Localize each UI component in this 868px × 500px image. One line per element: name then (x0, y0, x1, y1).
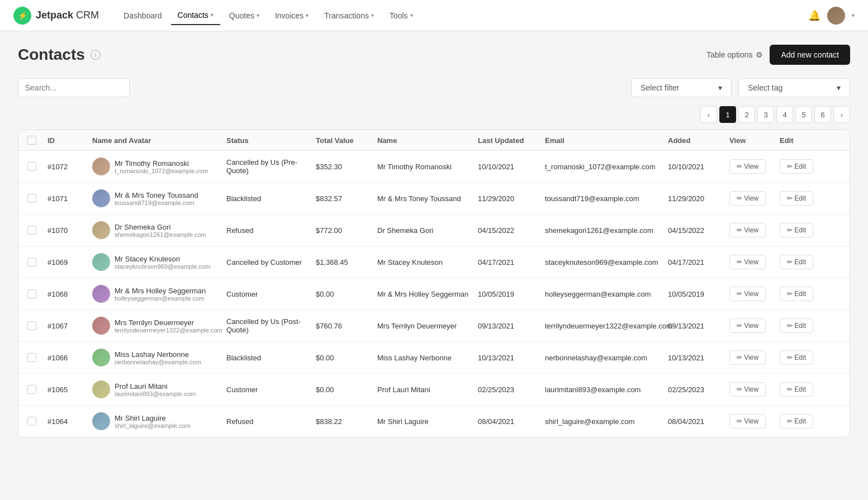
pagination-page-2[interactable]: 2 (738, 106, 755, 123)
row-contact-info: Mr & Mrs Holley Seggerman holleyseggerma… (92, 285, 226, 303)
row-added: 10/05/2019 (668, 290, 729, 298)
view-button[interactable]: ✏ View (729, 191, 766, 206)
row-checkbox[interactable] (27, 162, 48, 171)
edit-button[interactable]: ✏ Edit (780, 414, 813, 428)
row-name: Dr Shemeka Gori (377, 226, 478, 235)
row-email: toussandt719@example.com (545, 194, 668, 203)
nav-item-invoices[interactable]: Invoices ▾ (268, 7, 315, 25)
row-checkbox[interactable] (27, 353, 48, 362)
select-filter-dropdown[interactable]: Select filter ▾ (631, 78, 732, 97)
edit-button[interactable]: ✏ Edit (780, 223, 813, 237)
edit-button[interactable]: ✏ Edit (780, 350, 813, 365)
row-total-value: $0.00 (316, 385, 377, 394)
row-checkbox[interactable] (27, 226, 48, 235)
table-options-button[interactable]: Table options ⚙ (706, 50, 763, 59)
edit-button[interactable]: ✏ Edit (780, 191, 813, 206)
view-button[interactable]: ✏ View (729, 287, 766, 301)
row-total-value: $0.00 (316, 354, 377, 362)
nav-item-transactions[interactable]: Transactions ▾ (317, 7, 381, 25)
row-name: Prof Lauri Mitani (377, 385, 478, 394)
info-icon[interactable]: i (91, 50, 101, 60)
pagination-page-3[interactable]: 3 (757, 106, 774, 123)
add-contact-button[interactable]: Add new contact (770, 45, 850, 65)
edit-button[interactable]: ✏ Edit (780, 318, 813, 333)
edit-button[interactable]: ✏ Edit (780, 255, 813, 269)
row-checkbox[interactable] (27, 321, 48, 330)
pagination-next-button[interactable]: › (833, 106, 850, 123)
select-all-checkbox[interactable] (27, 136, 48, 145)
row-id: #1068 (48, 290, 92, 298)
user-avatar[interactable] (827, 7, 845, 25)
select-tag-dropdown[interactable]: Select tag ▾ (738, 78, 850, 97)
chevron-down-icon: ▾ (718, 83, 722, 92)
pagination-page-6[interactable]: 6 (814, 106, 831, 123)
table-row: #1071 Mr & Mrs Toney Toussand toussandt7… (18, 183, 850, 215)
nav-item-tools[interactable]: Tools ▾ (383, 7, 420, 25)
row-checkbox[interactable] (27, 289, 48, 298)
row-contact-info: Mr & Mrs Toney Toussand toussandt719@exa… (92, 189, 226, 207)
pagination-page-4[interactable]: 4 (776, 106, 793, 123)
view-button[interactable]: ✏ View (729, 318, 766, 333)
edit-button[interactable]: ✏ Edit (780, 287, 813, 301)
row-added: 02/25/2023 (668, 385, 729, 394)
edit-button[interactable]: ✏ Edit (780, 159, 813, 174)
contact-name: Miss Lashay Nerbonne (115, 350, 201, 359)
row-last-updated: 08/04/2021 (478, 417, 545, 426)
view-button[interactable]: ✏ View (729, 159, 766, 174)
row-view-action: ✏ View (729, 255, 780, 269)
filters-row: Select filter ▾ Select tag ▾ (18, 78, 850, 97)
app-logo[interactable]: ⚡ Jetpack CRM (13, 7, 99, 25)
nav-item-contacts[interactable]: Contacts ▾ (171, 6, 220, 25)
page-title-group: Contacts i (18, 46, 101, 64)
row-checkbox[interactable] (27, 194, 48, 203)
row-added: 10/13/2021 (668, 354, 729, 362)
contact-name: Mr & Mrs Holley Seggerman (115, 287, 206, 295)
avatar (92, 253, 110, 271)
table-row: #1064 Mr Shirl Laguire shirl_laguire@exa… (18, 406, 850, 437)
row-contact-info: Miss Lashay Nerbonne nerbonnelashay@exam… (92, 349, 226, 366)
avatar (92, 380, 110, 398)
row-view-action: ✏ View (729, 350, 780, 365)
row-email: shirl_laguire@example.com (545, 417, 668, 426)
row-view-action: ✏ View (729, 287, 780, 301)
view-button[interactable]: ✏ View (729, 382, 766, 397)
contact-name: Mrs Terrilyn Deuermeyer (115, 318, 222, 327)
row-edit-action: ✏ Edit (780, 255, 824, 269)
row-email: t_romanoski_1072@example.com (545, 163, 668, 171)
avatar (92, 317, 110, 335)
view-button[interactable]: ✏ View (729, 414, 766, 428)
row-contact-info: Mr Timothy Romanoski t_romanoski_1072@ex… (92, 158, 226, 175)
row-checkbox[interactable] (27, 385, 48, 394)
row-status: Blacklisted (226, 354, 316, 362)
row-total-value: $832.57 (316, 194, 377, 203)
nav-item-quotes[interactable]: Quotes ▾ (222, 7, 266, 25)
user-menu-chevron-icon[interactable]: ▾ (852, 12, 855, 18)
row-checkbox[interactable] (27, 417, 48, 426)
pagination-page-5[interactable]: 5 (795, 106, 812, 123)
row-status: Cancelled by Us (Pre-Quote) (226, 158, 316, 175)
edit-button[interactable]: ✏ Edit (780, 382, 813, 397)
row-view-action: ✏ View (729, 223, 780, 237)
row-id: #1069 (48, 258, 92, 266)
nav-item-dashboard[interactable]: Dashboard (117, 7, 169, 25)
row-email: terrilyndeuermeyer1322@example.com (545, 322, 668, 330)
contact-email: holleyseggerman@example.com (115, 295, 206, 302)
chevron-down-icon: ▾ (306, 12, 309, 18)
pagination-page-1[interactable]: 1 (719, 106, 736, 123)
col-header-status: Status (226, 136, 316, 145)
row-contact-info: Prof Lauri Mitani laurimitani893@example… (92, 380, 226, 398)
row-id: #1071 (48, 194, 92, 203)
avatar (92, 412, 110, 430)
row-contact-info: Mr Stacey Knuteson staceyknuteson969@exa… (92, 253, 226, 271)
row-name: Miss Lashay Nerbonne (377, 354, 478, 362)
view-button[interactable]: ✏ View (729, 255, 766, 269)
search-input[interactable] (18, 78, 130, 97)
view-button[interactable]: ✏ View (729, 350, 766, 365)
contact-email: nerbonnelashay@example.com (115, 359, 201, 365)
view-button[interactable]: ✏ View (729, 223, 766, 237)
notification-bell-icon[interactable]: 🔔 (808, 9, 820, 22)
pagination-prev-button[interactable]: ‹ (700, 106, 717, 123)
row-checkbox[interactable] (27, 258, 48, 266)
table-row: #1072 Mr Timothy Romanoski t_romanoski_1… (18, 151, 850, 183)
row-last-updated: 11/29/2020 (478, 194, 545, 203)
